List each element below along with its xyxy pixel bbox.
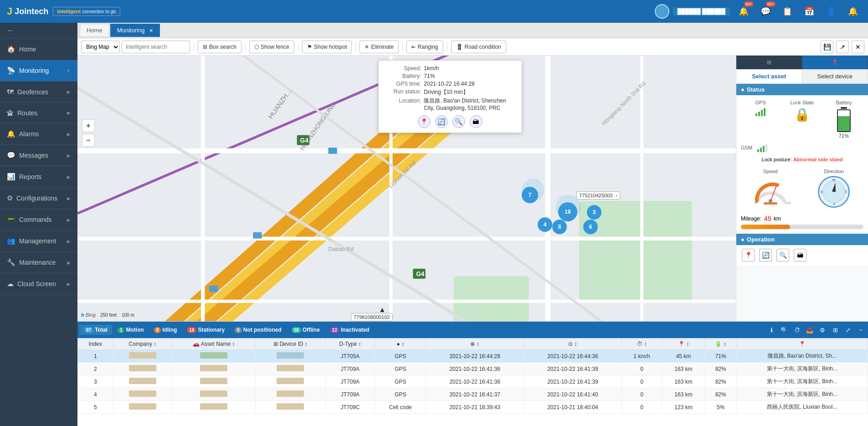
zoom-in-button[interactable]: +	[82, 119, 95, 132]
road-condition-icon: 🚦	[456, 44, 463, 50]
sidebar-item-configurations[interactable]: ⚙ Configurations ▶	[0, 188, 77, 209]
help-button[interactable]: 🔔	[845, 3, 861, 20]
eliminate-button[interactable]: ✕ Eliminate	[360, 41, 398, 53]
cluster-dot-1[interactable]: 7	[522, 187, 538, 203]
search-list-button[interactable]: 🔍	[779, 324, 790, 335]
ranging-button[interactable]: ⇤ Ranging	[406, 41, 443, 53]
filter-button[interactable]: ⏱	[791, 324, 802, 335]
cell-device	[256, 350, 325, 363]
panel-tab-info[interactable]: 📍	[802, 56, 868, 69]
show-fence-button[interactable]: ⬡ Show fence	[249, 41, 294, 53]
cluster-dot-3[interactable]: 3	[587, 205, 601, 220]
zoom-out-button[interactable]: −	[82, 134, 95, 147]
popup-locate-button[interactable]: 📍	[417, 115, 430, 128]
show-hotspot-button[interactable]: ⚑ Show hotspot	[302, 41, 352, 53]
col-signal[interactable]: ● ↕	[375, 339, 426, 350]
popup-location-label: Location:	[385, 98, 421, 112]
alarms-icon: 🔔	[7, 130, 15, 138]
back-button[interactable]: ←	[0, 23, 77, 39]
map-area[interactable]: HUANZH... HUANZHONG-LINE Liuxian 1st Rd …	[77, 56, 736, 321]
tab-close-icon[interactable]: ✕	[149, 28, 153, 33]
col-index[interactable]: Index	[78, 339, 113, 350]
export-button[interactable]: 📤	[804, 324, 815, 335]
offline-badge: 58	[292, 327, 301, 333]
cell-index: 4	[78, 388, 113, 401]
sidebar-item-home[interactable]: 🏠 Home	[0, 39, 77, 60]
col-device[interactable]: ⊞ Device ID ↕	[256, 339, 325, 350]
sidebar-item-monitoring[interactable]: 📡 Monitoring ▼	[0, 60, 77, 82]
op-track-button[interactable]: 🔄	[759, 249, 772, 262]
gps-bars	[741, 107, 780, 116]
box-search-button[interactable]: ⊞ Box search	[198, 41, 241, 53]
cell-uploadtime: 2021-10-22 16:41:40	[524, 388, 622, 401]
panel-tab-grid[interactable]: ⊞	[736, 56, 802, 69]
intelligent-search-input[interactable]	[122, 41, 190, 53]
sidebar-item-routes[interactable]: 🛣 Routes ▶	[0, 103, 77, 123]
tab-monitoring[interactable]: Monitoring ✕	[110, 24, 160, 37]
messages-button[interactable]: 💬 99+	[757, 3, 774, 20]
tab-motion[interactable]: 1 Motion	[113, 325, 149, 335]
tab-idling[interactable]: 0 Idling	[149, 325, 182, 335]
sidebar-item-cloudscreen[interactable]: ☁ Cloud Screen ▶	[0, 273, 77, 295]
panel-expand-button[interactable]: ›	[616, 193, 617, 198]
gps-bar-1	[755, 113, 757, 116]
calendar-button[interactable]: 📅	[801, 3, 817, 20]
col-mileage[interactable]: 📍 ↕	[662, 339, 705, 350]
popup-fence-button[interactable]: 🏔	[469, 115, 482, 128]
map-content-row: HUANZH... HUANZHONG-LINE Liuxian 1st Rd …	[77, 56, 868, 321]
col-speed[interactable]: ⏱ ↕	[621, 339, 662, 350]
info-icon-button[interactable]: ℹ	[766, 324, 777, 335]
popup-search-button[interactable]: 🔍	[452, 115, 465, 128]
notifications-button[interactable]: 🔔 99+	[735, 3, 752, 20]
op-fence-button[interactable]: 🏔	[794, 249, 806, 262]
sidebar-item-geofences[interactable]: 🗺 Geofences ▶	[0, 82, 77, 103]
save-button[interactable]: 💾	[821, 41, 833, 53]
col-company[interactable]: Company ↕	[113, 339, 172, 350]
col-location[interactable]: 📍	[736, 339, 868, 350]
tab-not-positioned[interactable]: 0 Not positioned	[230, 325, 286, 335]
collapse-button[interactable]: −	[855, 324, 866, 335]
cluster-dot-18[interactable]: 18	[558, 202, 577, 221]
tab-inactivated[interactable]: 22 Inactivated	[325, 325, 374, 335]
op-zoom-button[interactable]: 🔍	[776, 249, 789, 262]
sidebar-item-messages[interactable]: 💬 Messages ▶	[0, 145, 77, 166]
col-battery[interactable]: 🔋 ↕	[705, 339, 736, 350]
col-uploadtime[interactable]: ⊙ ↕	[524, 339, 622, 350]
tab-total[interactable]: 97 Total	[79, 325, 112, 335]
columns-button[interactable]: ⊞	[830, 324, 841, 335]
sidebar-item-management[interactable]: 👥 Management ▶	[0, 231, 77, 252]
logo-area: J Jointech intelligent connection to glc	[7, 5, 120, 17]
fullscreen-button[interactable]: ✕	[852, 41, 864, 53]
tab-offline[interactable]: 58 Offline	[287, 325, 324, 335]
users-button[interactable]: 👤	[823, 3, 839, 20]
cluster-dot-6[interactable]: 6	[583, 220, 598, 234]
sidebar-item-maintenance[interactable]: 🔧 Maintenance ▶	[0, 252, 77, 273]
settings-list-button[interactable]: ⚙	[817, 324, 828, 335]
open-window-button[interactable]: ↗	[836, 41, 849, 53]
reports-arrow: ▶	[67, 175, 71, 180]
col-gpstime[interactable]: ⊕ ↕	[426, 339, 524, 350]
sidebar-item-commands[interactable]: 📟 Commands ▶	[0, 209, 77, 231]
col-dtype[interactable]: D-Type ↕	[325, 339, 375, 350]
popup-battery-row: Battery: 71%	[385, 73, 515, 79]
select-device-button[interactable]: Select device	[802, 69, 868, 83]
select-asset-button[interactable]: Select asset	[736, 69, 802, 83]
cluster-dot-4[interactable]: 4	[538, 217, 552, 232]
col-asset[interactable]: 🚗 Asset Name ↕	[172, 339, 256, 350]
tab-stationary[interactable]: 16 Stationary	[182, 325, 229, 335]
cluster-dot-8[interactable]: 8	[552, 220, 567, 234]
not-positioned-label: Not positioned	[243, 327, 282, 333]
map-type-select[interactable]: Bing Map	[81, 41, 120, 53]
road-condition-button[interactable]: 🚦 Road condition	[451, 41, 506, 53]
sep6	[447, 42, 447, 51]
user-info[interactable]: ██████ ██████	[655, 4, 730, 19]
tab-home[interactable]: Home	[80, 24, 109, 37]
reports-icon-button[interactable]: 📋	[779, 3, 796, 20]
sidebar-item-alarms[interactable]: 🔔 Alarms ▶	[0, 123, 77, 145]
popup-track-button[interactable]: 🔄	[435, 115, 447, 128]
svg-text:0: 0	[755, 201, 757, 205]
expand-button[interactable]: ⤢	[842, 324, 853, 335]
sidebar-item-reports[interactable]: 📊 Reports ▶	[0, 166, 77, 188]
cell-uploadtime: 2021-10-22 16:44:36	[524, 350, 622, 363]
op-locate-button[interactable]: 📍	[742, 249, 755, 262]
